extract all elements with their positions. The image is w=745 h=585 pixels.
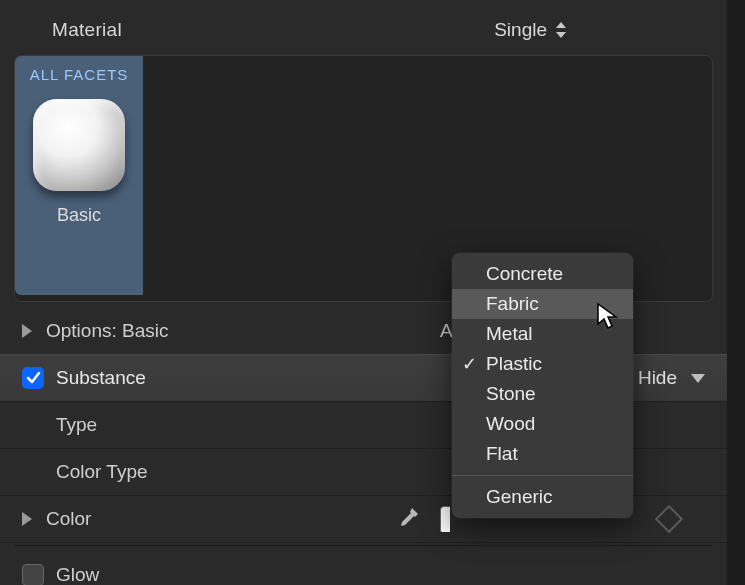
material-label: Material xyxy=(52,19,122,41)
options-label: Options: Basic xyxy=(46,320,169,342)
material-preview-swatch xyxy=(33,99,125,191)
scrollbar-track[interactable] xyxy=(727,0,745,585)
substance-label: Substance xyxy=(56,367,146,389)
substance-hide-label: Hide xyxy=(638,367,677,389)
menu-item-flat[interactable]: Flat xyxy=(452,439,633,469)
glow-checkbox[interactable] xyxy=(22,564,44,585)
color-type-label: Color Type xyxy=(56,461,148,483)
menu-item-metal[interactable]: Metal xyxy=(452,319,633,349)
material-preview-name: Basic xyxy=(57,205,101,226)
glow-row[interactable]: Glow xyxy=(0,552,727,585)
eyedropper-icon[interactable] xyxy=(398,506,420,533)
disclosure-icon[interactable] xyxy=(22,512,32,526)
material-mode-popup[interactable]: Single xyxy=(494,19,567,41)
menu-separator xyxy=(452,475,633,476)
substance-hide-control[interactable]: Hide xyxy=(638,367,705,389)
popup-updown-icon xyxy=(555,21,567,39)
menu-item-plastic[interactable]: ✓ Plastic xyxy=(452,349,633,379)
options-right-hint: A xyxy=(440,320,453,342)
facet-tile-title: ALL FACETS xyxy=(30,66,129,83)
disclosure-icon[interactable] xyxy=(22,324,32,338)
type-dropdown-menu[interactable]: Concrete Fabric Metal ✓ Plastic Stone Wo… xyxy=(452,253,633,518)
inspector-panel: Material Single ALL FACETS Basic Options… xyxy=(0,0,727,585)
menu-item-stone[interactable]: Stone xyxy=(452,379,633,409)
material-mode-value: Single xyxy=(494,19,547,41)
menu-item-wood[interactable]: Wood xyxy=(452,409,633,439)
color-swatch[interactable] xyxy=(440,506,450,532)
menu-item-fabric[interactable]: Fabric xyxy=(452,289,633,319)
menu-item-concrete[interactable]: Concrete xyxy=(452,259,633,289)
type-label: Type xyxy=(56,414,97,436)
checkmark-icon: ✓ xyxy=(462,353,477,375)
chevron-down-icon xyxy=(691,374,705,383)
menu-item-plastic-label: Plastic xyxy=(486,353,542,375)
facet-tile-all[interactable]: ALL FACETS Basic xyxy=(15,56,143,295)
menu-item-generic[interactable]: Generic xyxy=(452,482,633,512)
glow-label: Glow xyxy=(56,564,99,585)
section-separator xyxy=(14,545,713,546)
substance-checkbox[interactable] xyxy=(22,367,44,389)
keyframe-diamond-icon[interactable] xyxy=(655,505,683,533)
color-label: Color xyxy=(46,508,91,530)
material-header-row: Material Single xyxy=(0,0,727,50)
